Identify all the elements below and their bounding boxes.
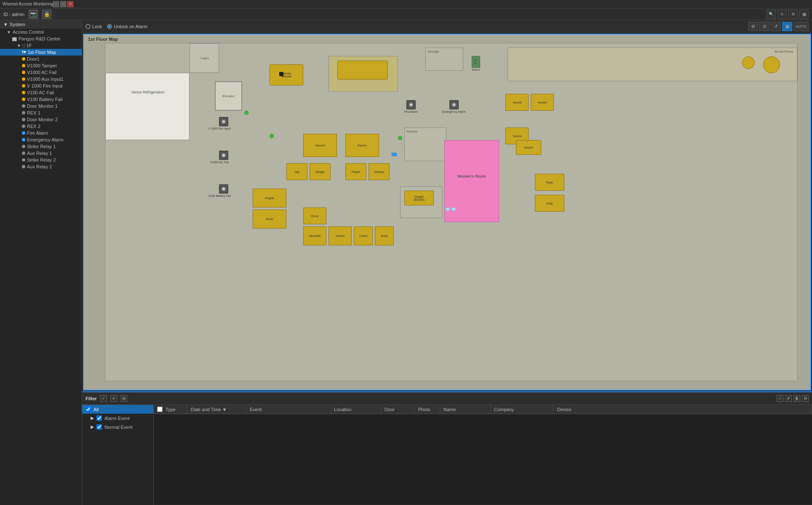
map-container: 1st Floor Map Vance Refrigeration ≡ stai… [83, 34, 811, 391]
th-name[interactable]: Name [440, 405, 491, 414]
grid-icon[interactable]: ▦ [799, 10, 809, 19]
all-checkbox[interactable] [85, 407, 91, 412]
angela-desk: Angela [253, 189, 286, 207]
filter-bar: Filter ✓ ≡ ⊞ ✓ ✗ 🗑 ⚙ [82, 392, 812, 405]
list-icon[interactable]: ≡ [777, 10, 787, 19]
filter-grid-icon[interactable]: ⊞ [120, 395, 127, 402]
aux-relay2-item[interactable]: Aux Relay 2 [0, 163, 82, 170]
name-label: Name [443, 407, 456, 412]
v100-batteryfail-device[interactable]: V100 Battery Fail [215, 184, 232, 197]
all-events-item[interactable]: All [82, 405, 153, 414]
access-control-label: Access Control [13, 29, 44, 35]
emergency-alarm-device[interactable]: Emergency Alarm [442, 100, 465, 113]
grid-view-button[interactable]: ▦ [782, 22, 792, 31]
filter-delete[interactable]: 🗑 [793, 395, 800, 402]
titlebar-controls: ─ □ ✕ [53, 1, 73, 7]
v100-acfail-item[interactable]: V100 AC Fail [0, 89, 82, 96]
v1000-auxinput-item[interactable]: V1000 Aux Input1 [0, 76, 82, 82]
access-control-item[interactable]: ▼ Access Control [0, 29, 82, 35]
door1-item[interactable]: Door1 [0, 56, 82, 62]
auto-button[interactable]: AUTO [793, 22, 809, 31]
th-event[interactable]: Event [246, 405, 331, 414]
v1000-tamper-item[interactable]: V1000 Tamper [0, 62, 82, 69]
strike-relay2-item[interactable]: Strike Relay 2 [0, 157, 82, 163]
phyllis-desk: Phyllis [345, 163, 366, 180]
menubar: ID : admin 📷 🔒 🔍 ≡ ⚙ ▦ [0, 8, 812, 20]
kitchen: Kitchen [404, 128, 446, 161]
aux-relay1-label: Aux Relay 1 [27, 151, 52, 156]
v100-batteryfail-item[interactable]: V100 Battery Fail [0, 96, 82, 103]
floor-icon: ▼ □ [17, 43, 25, 48]
maximize-button[interactable]: □ [60, 1, 66, 7]
floor-map-item[interactable]: 🗺 1st Floor Map [0, 49, 82, 56]
filter-check-icon[interactable]: ✓ [100, 395, 107, 402]
normal-label: Normal Event [104, 425, 133, 430]
minimize-button[interactable]: ─ [53, 1, 59, 7]
bottom-panel: Filter ✓ ≡ ⊞ ✓ ✗ 🗑 ⚙ All [82, 391, 812, 505]
settings-icon[interactable]: ⚙ [788, 10, 798, 19]
normal-checkbox[interactable] [96, 424, 102, 430]
v1000-acfail-label: V1000 AC Fail [27, 70, 56, 75]
filter-uncheck-all[interactable]: ✗ [785, 395, 792, 402]
lock-radio[interactable]: Lock [85, 24, 102, 29]
th-photo[interactable]: Photo [415, 405, 440, 414]
v1000-acfail-item[interactable]: V1000 AC Fail [0, 69, 82, 76]
th-device[interactable]: Device [554, 405, 812, 414]
harvey-device [279, 72, 283, 76]
emergency-alarm-item[interactable]: Emergency Alarm [0, 136, 82, 143]
th-type[interactable]: Type [162, 405, 187, 414]
reset-button[interactable]: ↺ [771, 22, 781, 31]
vacant-desk2: Vacant [329, 226, 352, 245]
vacant-right1: Vacant [505, 94, 529, 111]
v1000-fireinput-device[interactable]: V 1000 Fire Input [215, 117, 232, 130]
filter-check-all[interactable]: ✓ [777, 395, 783, 402]
ryan-desk: Ryan [535, 174, 564, 191]
th-location[interactable]: Location [331, 405, 381, 414]
svg-point-5 [222, 188, 225, 190]
rex2-label: REX 2 [27, 124, 40, 129]
stanley-desk: Stanley [369, 163, 390, 180]
event-table: Type Date and Time ▼ Event Location [154, 405, 812, 505]
v1000-acfail-device[interactable]: V1000 AC Fail [215, 151, 232, 164]
content-area: Lock Unlock on Alarm ⊞ ⊟ ↺ ▦ AUTO 1st Fl… [82, 20, 812, 505]
break-room: Break Room [508, 48, 797, 81]
camera-icon[interactable]: 📷 [29, 10, 38, 19]
unlock-radio[interactable]: Unlock on Alarm [107, 24, 147, 29]
map-icon: 🗺 [22, 50, 26, 55]
strike-relay1-item[interactable]: Strike Relay 1 [0, 143, 82, 150]
system-header[interactable]: ▼ System [0, 20, 82, 29]
door-monitor1-item[interactable]: Door Monitor 1 [0, 103, 82, 109]
alarm-checkbox[interactable] [96, 415, 102, 421]
unlock-label: Unlock on Alarm [114, 24, 147, 29]
rex2-item[interactable]: REX 2 [0, 123, 82, 130]
th-company[interactable]: Company [491, 405, 554, 414]
door1-device[interactable]: Door1 [472, 56, 480, 71]
svg-rect-7 [476, 61, 477, 62]
location-label: Location [334, 407, 352, 412]
aux-relay1-item[interactable]: Aux Relay 1 [0, 150, 82, 157]
pangyo-center-item[interactable]: 🏢 Pangyo R&D Center [0, 35, 82, 42]
v1000-fireinput-item[interactable]: V 1000 Fire Input [0, 82, 82, 89]
zoom-in-button[interactable]: ⊞ [748, 22, 758, 31]
normal-event-item[interactable]: ▶ Normal Event [82, 423, 153, 431]
alarm-event-item[interactable]: ▶ Alarm Event [82, 414, 153, 423]
zoom-out-button[interactable]: ⊟ [759, 22, 769, 31]
th-checkbox[interactable] [154, 405, 162, 414]
floor-item[interactable]: ▼ □ 1F [0, 42, 82, 49]
close-button[interactable]: ✕ [67, 1, 73, 7]
th-datetime[interactable]: Date and Time ▼ [187, 405, 246, 414]
search-icon[interactable]: 🔍 [767, 10, 776, 19]
filter-right: ✓ ✗ 🗑 ⚙ [777, 395, 809, 402]
filter-settings[interactable]: ⚙ [802, 395, 809, 402]
door-monitor2-label: Door Monitor 2 [27, 117, 58, 122]
rex1-item[interactable]: REX 1 [0, 109, 82, 116]
fire-alarm-item[interactable]: Fire Alarm [0, 130, 82, 136]
lock-icon[interactable]: 🔒 [42, 10, 51, 19]
floor-label: 1F [27, 43, 32, 48]
door-monitor2-item[interactable]: Door Monitor 2 [0, 116, 82, 123]
fire-alarm-device[interactable]: Fire Alarm [404, 100, 418, 113]
event-sidebar: All ▶ Alarm Event ▶ Normal Event [82, 405, 154, 505]
th-door[interactable]: Door [381, 405, 415, 414]
filter-list-icon[interactable]: ≡ [110, 395, 117, 402]
fire-alarm-label: Fire Alarm [27, 130, 48, 136]
